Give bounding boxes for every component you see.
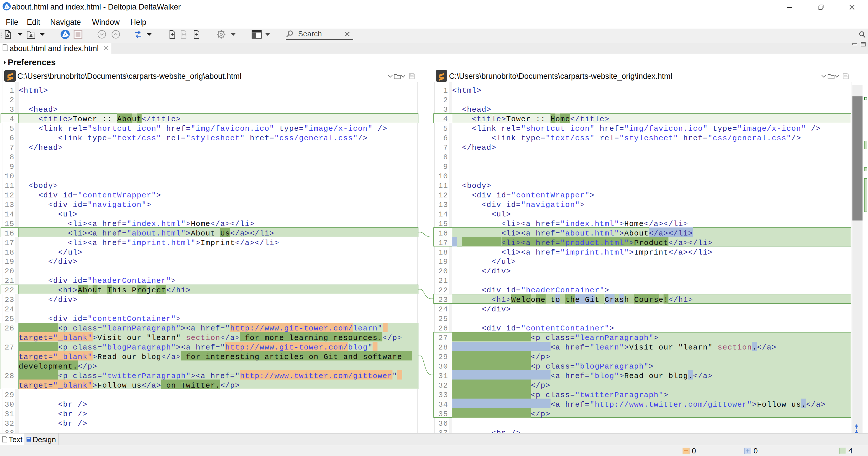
- svg-text:Search: Search: [298, 30, 322, 38]
